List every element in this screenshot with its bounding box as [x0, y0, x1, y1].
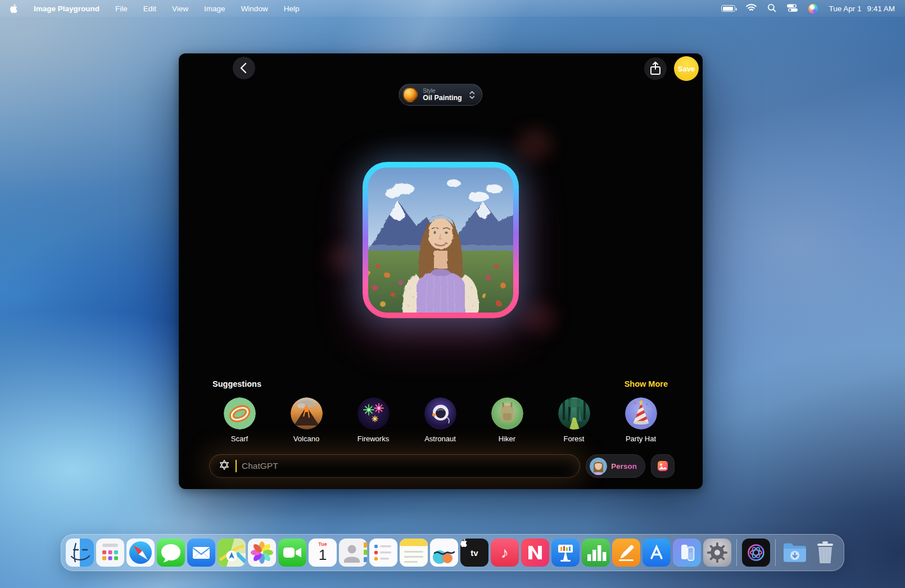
style-picker[interactable]: Style Oil Painting — [399, 84, 482, 106]
dock-numbers-icon[interactable] — [582, 539, 610, 567]
menu-app-name[interactable]: Image Playground — [34, 4, 99, 13]
person-chip-label: Person — [611, 462, 637, 471]
dock-keynote-icon[interactable] — [551, 539, 580, 567]
dock-calendar-icon[interactable]: Tue 1 — [309, 539, 337, 567]
menubar-date[interactable]: Tue Apr 1 — [829, 4, 861, 13]
menu-edit[interactable]: Edit — [143, 4, 156, 13]
calendar-day: 1 — [309, 546, 337, 564]
dock-reminders-icon[interactable] — [369, 539, 397, 567]
apple-menu-icon[interactable] — [10, 4, 18, 13]
dock-contacts-icon[interactable] — [339, 539, 367, 567]
dock-app-store-icon[interactable] — [642, 539, 671, 567]
menu-view[interactable]: View — [172, 4, 188, 13]
suggestions-row: Scarf Volcano — [207, 397, 673, 443]
fireworks-icon — [358, 397, 390, 429]
canvas-glow-blob — [326, 243, 358, 273]
dock-trash-icon[interactable] — [811, 539, 839, 567]
chatgpt-icon — [218, 459, 230, 473]
volcano-icon — [291, 397, 323, 429]
menu-file[interactable]: File — [115, 4, 128, 13]
dock-image-playground-icon[interactable] — [742, 539, 770, 567]
suggestion-volcano[interactable]: Volcano — [274, 397, 339, 443]
prompt-input[interactable]: ChatGPT — [209, 454, 580, 478]
wifi-icon[interactable] — [746, 4, 757, 13]
siri-icon[interactable] — [808, 4, 818, 13]
dock-maps-icon[interactable] — [218, 539, 246, 567]
chevron-up-down-icon — [469, 90, 476, 100]
dock-separator — [775, 539, 776, 566]
battery-icon[interactable] — [721, 5, 735, 12]
prompt-placeholder: ChatGPT — [242, 461, 278, 471]
dock-messages-icon[interactable] — [157, 539, 185, 567]
dock-separator — [736, 539, 737, 566]
suggestion-scarf[interactable]: Scarf — [207, 397, 272, 443]
save-button-label: Save — [678, 65, 695, 73]
show-more-button[interactable]: Show More — [625, 379, 668, 388]
suggestion-astronaut[interactable]: Astronaut — [408, 397, 473, 443]
menu-bar: Image Playground File Edit View Image Wi… — [0, 0, 905, 17]
dock-downloads-icon[interactable] — [781, 539, 809, 567]
dock-safari-icon[interactable] — [126, 539, 155, 567]
suggestion-fireworks[interactable]: Fireworks — [341, 397, 406, 443]
dock-notes-icon[interactable] — [400, 539, 428, 567]
generated-image[interactable] — [368, 168, 513, 313]
prompt-bar: ChatGPT Person — [209, 454, 675, 478]
share-button[interactable] — [644, 57, 667, 80]
menu-image[interactable]: Image — [204, 4, 225, 13]
canvas-glow-blob — [522, 302, 556, 334]
style-picker-label: Style — [423, 88, 461, 94]
dock-photos-icon[interactable] — [248, 539, 276, 567]
dock-freeform-icon[interactable] — [430, 539, 458, 567]
suggestion-hiker[interactable]: Hiker — [474, 397, 540, 443]
dock-news-icon[interactable] — [521, 539, 549, 567]
music-note-glyph: ♪ — [491, 539, 519, 567]
scarf-icon — [224, 397, 256, 429]
suggestion-forest[interactable]: Forest — [541, 397, 607, 443]
person-chip[interactable]: Person — [586, 454, 645, 478]
image-playground-window: Save Style Oil Painting — [179, 53, 703, 489]
suggestion-party-hat[interactable]: Party Hat — [608, 397, 673, 443]
canvas-glow-blob — [516, 128, 552, 161]
generated-image-frame — [363, 162, 519, 318]
dock-iphone-mirroring-icon[interactable] — [673, 539, 701, 567]
save-button[interactable]: Save — [674, 56, 699, 81]
party-hat-icon — [625, 397, 657, 429]
astronaut-icon — [424, 397, 456, 429]
dock-launchpad-icon[interactable] — [96, 539, 124, 567]
dock-pages-icon[interactable] — [612, 539, 640, 567]
dock-finder-icon[interactable] — [66, 539, 94, 567]
dock-music-icon[interactable]: ♪ — [491, 539, 519, 567]
menu-help[interactable]: Help — [284, 4, 300, 13]
dock-mail-icon[interactable] — [187, 539, 215, 567]
forest-icon — [558, 397, 590, 429]
menubar-time[interactable]: 9:41 AM — [867, 4, 895, 13]
tv-glyph: tv — [470, 548, 478, 558]
dock: Tue 1 tv ♪ — [61, 534, 844, 571]
control-center-icon[interactable] — [787, 4, 798, 13]
hiker-icon — [491, 397, 523, 429]
text-cursor — [236, 460, 237, 472]
photo-picker-button[interactable] — [651, 454, 675, 478]
style-picker-value: Oil Painting — [423, 94, 461, 102]
menu-window[interactable]: Window — [241, 4, 268, 13]
back-button[interactable] — [233, 57, 255, 79]
dock-facetime-icon[interactable] — [278, 539, 306, 567]
style-thumbnail-icon — [402, 87, 418, 102]
search-icon[interactable] — [767, 3, 776, 14]
suggestions-title: Suggestions — [212, 379, 261, 388]
person-avatar — [590, 458, 607, 475]
dock-settings-icon[interactable] — [703, 539, 731, 567]
dock-tv-icon[interactable]: tv — [460, 539, 488, 567]
